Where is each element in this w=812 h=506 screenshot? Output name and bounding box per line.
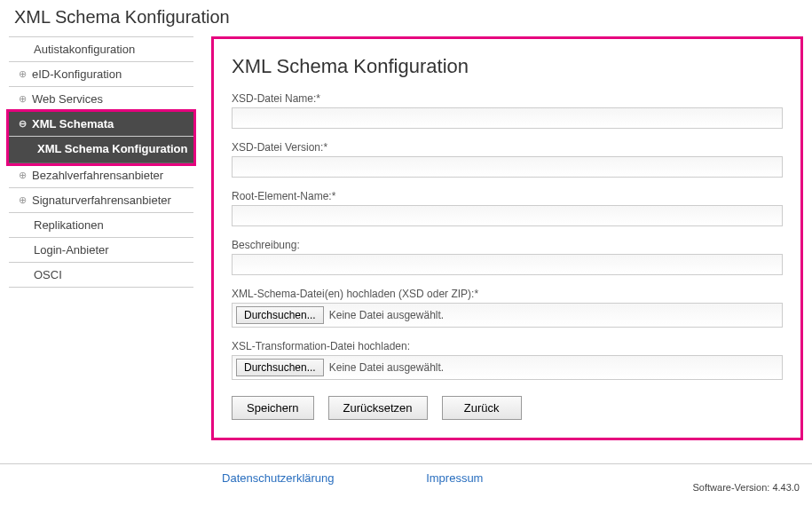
main-panel: XML Schema Konfiguration XSD-Datei Name:… [211, 36, 803, 440]
spacer-icon [21, 43, 30, 56]
upload-xsd-label: XML-Schema-Datei(en) hochladen (XSD oder… [232, 288, 783, 300]
sidebar-item-label: Web Services [32, 92, 103, 106]
sidebar-item-xml-schema-konfiguration[interactable]: XML Schema Konfiguration [9, 137, 193, 163]
sidebar-item-login-anbieter[interactable]: Login-Anbieter [9, 238, 193, 263]
plus-circle-icon: ⊕ [16, 169, 28, 181]
upload-xsl-status: Keine Datei ausgewählt. [329, 361, 444, 374]
save-button[interactable]: Speichern [232, 396, 314, 420]
upload-xsl-row: Durchsuchen... Keine Datei ausgewählt. [232, 355, 783, 380]
panel-title: XML Schema Konfiguration [232, 55, 783, 78]
sidebar-item-label: Login-Anbieter [34, 243, 109, 257]
xsd-name-label: XSD-Datei Name:* [232, 92, 783, 105]
description-label: Beschreibung: [232, 239, 783, 251]
plus-circle-icon: ⊕ [16, 68, 28, 81]
sidebar-item-osci[interactable]: OSCI [9, 263, 193, 288]
sidebar-item-bezahlverfahrensanbieter[interactable]: ⊕ Bezahlverfahrensanbieter [9, 163, 193, 188]
spacer-icon [21, 243, 30, 256]
root-element-input[interactable] [232, 205, 783, 226]
spacer-icon [21, 268, 30, 281]
sidebar-item-xml-schemata[interactable]: ⊖ XML Schemata [9, 112, 193, 137]
root-element-label: Root-Element-Name:* [232, 190, 783, 202]
description-input[interactable] [232, 254, 783, 275]
sidebar-item-replikationen[interactable]: Replikationen [9, 213, 193, 238]
plus-circle-icon: ⊕ [16, 194, 28, 206]
xsd-version-label: XSD-Datei Version:* [232, 141, 783, 154]
sidebar-item-label: eID-Konfiguration [32, 67, 122, 81]
sidebar-item-label: XML Schema Konfiguration [37, 142, 188, 157]
browse-xsl-button[interactable]: Durchsuchen... [236, 359, 324, 376]
back-button[interactable]: Zurück [442, 396, 522, 420]
sidebar-item-label: OSCI [34, 268, 62, 281]
footer: Datenschutzerklärung Impressum Software-… [0, 463, 812, 496]
plus-circle-icon: ⊕ [16, 93, 28, 106]
sidebar-item-label: Autistakonfiguration [34, 43, 135, 56]
software-version: Software-Version: 4.43.0 [693, 482, 800, 493]
browse-xsd-button[interactable]: Durchsuchen... [236, 306, 324, 324]
sidebar-item-signaturverfahrensanbieter[interactable]: ⊕ Signaturverfahrensanbieter [9, 188, 193, 213]
sidebar-item-label: XML Schemata [32, 117, 114, 130]
minus-circle-icon: ⊖ [16, 118, 28, 130]
xsd-version-input[interactable] [232, 156, 783, 178]
privacy-link[interactable]: Datenschutzerklärung [222, 471, 334, 485]
reset-button[interactable]: Zurücksetzen [328, 396, 428, 420]
upload-xsl-label: XSL-Transformation-Datei hochladen: [232, 340, 783, 352]
sidebar-item-web-services[interactable]: ⊕ Web Services [9, 87, 193, 112]
spacer-icon [21, 218, 30, 231]
upload-xsd-status: Keine Datei ausgewählt. [329, 309, 444, 321]
sidebar-item-autistakonfiguration[interactable]: Autistakonfiguration [9, 37, 193, 62]
sidebar-item-eid-konfiguration[interactable]: ⊕ eID-Konfiguration [9, 62, 193, 87]
sidebar-item-label: Bezahlverfahrensanbieter [32, 169, 163, 182]
sidebar-item-label: Replikationen [34, 218, 104, 232]
xsd-name-input[interactable] [232, 107, 783, 129]
sidebar-item-label: Signaturverfahrensanbieter [32, 194, 171, 207]
upload-xsd-row: Durchsuchen... Keine Datei ausgewählt. [232, 303, 783, 328]
imprint-link[interactable]: Impressum [426, 471, 483, 485]
sidebar: Autistakonfiguration ⊕ eID-Konfiguration… [9, 36, 193, 440]
page-title: XML Schema Konfiguration [0, 0, 812, 36]
